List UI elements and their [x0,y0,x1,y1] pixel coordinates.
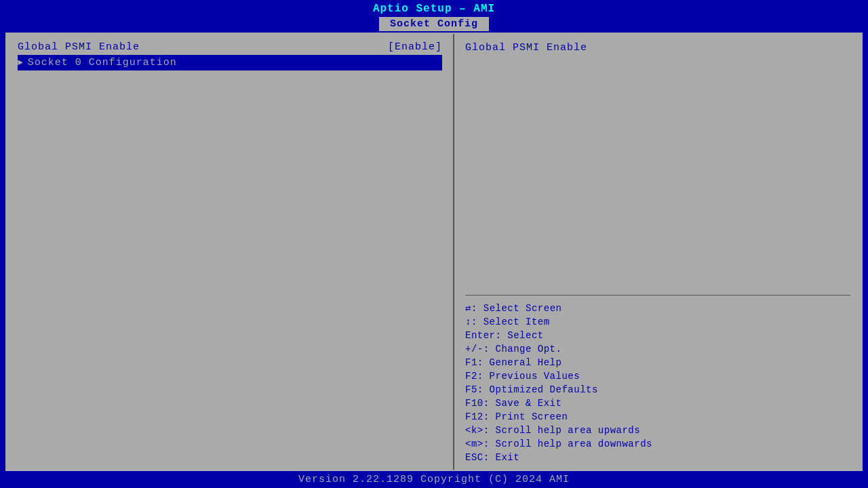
key-5: F2: Previous Values [465,371,580,382]
key-line-0: ⇄: Select Screen [465,301,850,315]
key-1: ↕: Select Item [465,317,550,327]
menu-item-label-global-psmi: Global PSMI Enable [18,41,388,53]
key-line-6: F5: Optimized Defaults [465,383,850,396]
key-line-9: <k>: Scroll help area upwards [465,424,850,437]
key-line-2: Enter: Select [465,329,850,342]
key-line-1: ↕: Select Item [465,315,850,329]
footer-text: Version 2.22.1289 Copyright (C) 2024 AMI [298,474,570,485]
header: Aptio Setup – AMI [0,0,868,16]
key-2: Enter: Select [465,330,544,341]
footer: Version 2.22.1289 Copyright (C) 2024 AMI [0,471,868,488]
menu-item-global-psmi[interactable]: Global PSMI Enable [Enable] [18,39,442,55]
key-0: ⇄: Select Screen [465,303,561,314]
key-11: ESC: Exit [465,452,519,463]
key-line-10: <m>: Scroll help area downwards [465,437,850,451]
key-7: F10: Save & Exit [465,398,561,409]
key-help: ⇄: Select Screen ↕: Select Item Enter: S… [465,301,850,464]
arrow-icon-socket0: ► [18,58,24,68]
help-text: Global PSMI Enable [465,39,850,289]
main-content: Global PSMI Enable [Enable] ► Socket 0 C… [5,33,863,471]
left-panel: Global PSMI Enable [Enable] ► Socket 0 C… [7,34,454,470]
app-title: Aptio Setup – AMI [373,3,495,15]
help-title: Global PSMI Enable [465,42,587,54]
menu-item-label-socket0: Socket 0 Configuration [28,57,442,68]
key-line-7: F10: Save & Exit [465,396,850,410]
key-line-8: F12: Print Screen [465,410,850,424]
key-line-11: ESC: Exit [465,451,850,464]
active-tab[interactable]: Socket Config [379,17,489,31]
key-line-5: F2: Previous Values [465,369,850,383]
right-panel: Global PSMI Enable ⇄: Select Screen ↕: S… [454,34,861,470]
help-divider [465,295,850,296]
key-9: <k>: Scroll help area upwards [465,425,640,436]
app: Aptio Setup – AMI Socket Config Global P… [0,0,868,488]
key-6: F5: Optimized Defaults [465,384,598,395]
key-10: <m>: Scroll help area downwards [465,439,652,449]
key-line-3: +/-: Change Opt. [465,342,850,356]
key-8: F12: Print Screen [465,411,568,422]
tab-bar: Socket Config [0,16,868,33]
key-4: F1: General Help [465,357,561,368]
menu-item-value-global-psmi: [Enable] [388,41,442,53]
key-line-4: F1: General Help [465,356,850,369]
menu-item-socket0[interactable]: ► Socket 0 Configuration [18,55,442,70]
key-3: +/-: Change Opt. [465,344,561,354]
